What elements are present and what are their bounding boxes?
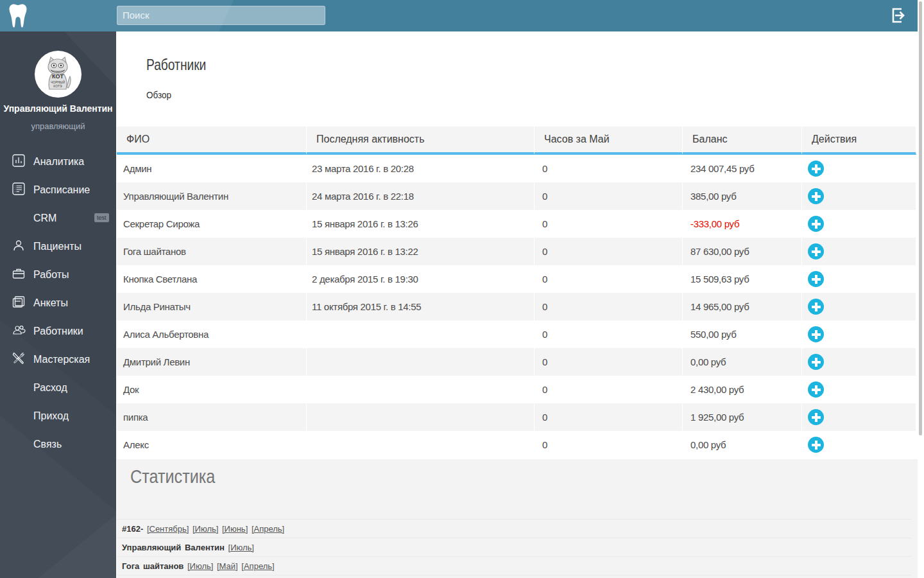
svg-text:КОТЭ: КОТЭ (53, 84, 62, 88)
svg-text:КОТ: КОТ (52, 73, 64, 80)
svg-text:ЧОРНЫЙ: ЧОРНЫЙ (51, 80, 65, 84)
